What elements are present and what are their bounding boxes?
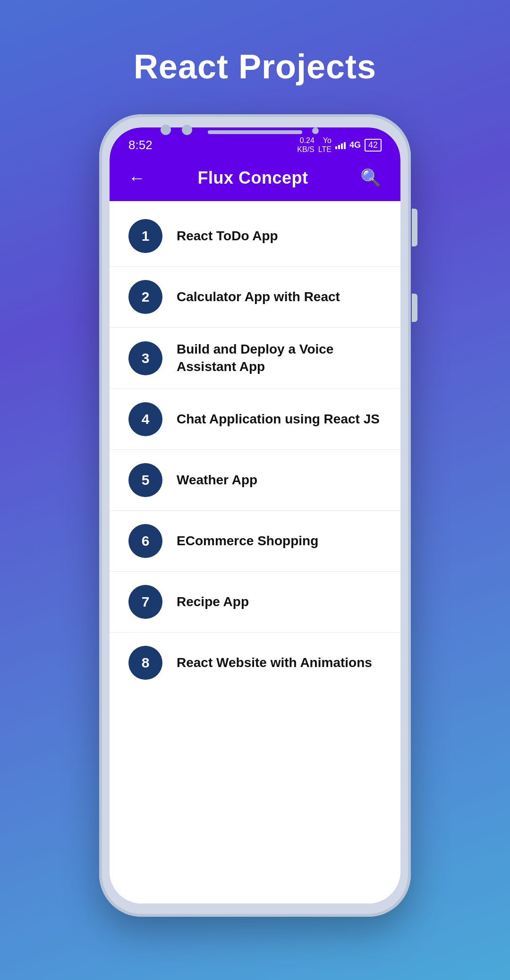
item-number-1: 1 (128, 219, 162, 253)
item-number-6: 6 (128, 524, 162, 558)
list-item[interactable]: 1 React ToDo App (110, 206, 400, 267)
item-number-4: 4 (128, 402, 162, 436)
item-number-3: 3 (128, 341, 162, 375)
signal-icon (335, 141, 346, 149)
item-number-8: 8 (128, 646, 162, 680)
network-label: YoLTE (318, 136, 332, 154)
battery-indicator: 42 (365, 139, 382, 152)
app-bar: ← Flux Concept 🔍 (110, 159, 400, 201)
sensor-dot (312, 127, 319, 134)
speaker-bar (208, 130, 302, 134)
list-item[interactable]: 4 Chat Application using React JS (110, 389, 400, 450)
page-title: React Projects (134, 47, 376, 86)
item-number-5: 5 (128, 463, 162, 497)
list-item[interactable]: 8 React Website with Animations (110, 633, 400, 693)
network-type: 4G (349, 140, 361, 150)
item-label-6: ECommerce Shopping (177, 532, 318, 549)
list-item[interactable]: 7 Recipe App (110, 572, 400, 633)
item-label-4: Chat Application using React JS (177, 411, 380, 428)
phone-screen: 8:52 0.24KB/S YoLTE (110, 127, 400, 904)
project-list: 1 React ToDo App 2 Calculator App with R… (110, 201, 400, 904)
status-icons: 0.24KB/S YoLTE 4G 42 (297, 136, 382, 154)
item-label-8: React Website with Animations (177, 654, 372, 671)
camera-right (182, 125, 192, 135)
camera-left (161, 125, 171, 135)
phone-frame: 8:52 0.24KB/S YoLTE (99, 114, 411, 917)
item-label-5: Weather App (177, 472, 257, 489)
item-number-2: 2 (128, 280, 162, 314)
item-number-7: 7 (128, 585, 162, 619)
list-item[interactable]: 3 Build and Deploy a Voice Assistant App (110, 328, 400, 389)
status-time: 8:52 (128, 138, 153, 152)
item-label-7: Recipe App (177, 593, 249, 610)
item-label-2: Calculator App with React (177, 288, 340, 305)
power-button (412, 209, 417, 246)
app-bar-title: Flux Concept (197, 168, 308, 188)
list-item[interactable]: 6 ECommerce Shopping (110, 511, 400, 572)
item-label-1: React ToDo App (177, 228, 278, 245)
item-label-3: Build and Deploy a Voice Assistant App (177, 341, 382, 375)
data-speed: 0.24KB/S (297, 136, 314, 154)
list-item[interactable]: 5 Weather App (110, 450, 400, 511)
list-item[interactable]: 2 Calculator App with React (110, 267, 400, 328)
search-button[interactable]: 🔍 (360, 168, 382, 188)
back-button[interactable]: ← (128, 168, 145, 188)
volume-button (412, 294, 417, 322)
